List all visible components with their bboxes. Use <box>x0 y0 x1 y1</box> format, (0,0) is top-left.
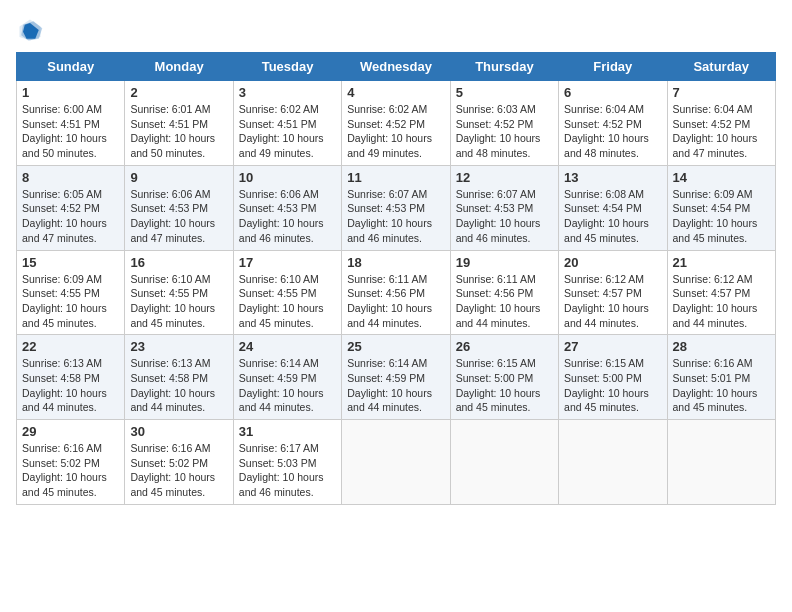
day-detail: Sunrise: 6:17 AMSunset: 5:03 PMDaylight:… <box>239 441 336 500</box>
day-detail: Sunrise: 6:03 AMSunset: 4:52 PMDaylight:… <box>456 102 553 161</box>
day-cell: 27Sunrise: 6:15 AMSunset: 5:00 PMDayligh… <box>559 335 667 420</box>
day-detail: Sunrise: 6:00 AMSunset: 4:51 PMDaylight:… <box>22 102 119 161</box>
day-number: 21 <box>673 255 770 270</box>
day-number: 31 <box>239 424 336 439</box>
day-detail: Sunrise: 6:07 AMSunset: 4:53 PMDaylight:… <box>347 187 444 246</box>
week-row-1: 1Sunrise: 6:00 AMSunset: 4:51 PMDaylight… <box>17 81 776 166</box>
day-number: 2 <box>130 85 227 100</box>
day-detail: Sunrise: 6:09 AMSunset: 4:54 PMDaylight:… <box>673 187 770 246</box>
day-detail: Sunrise: 6:13 AMSunset: 4:58 PMDaylight:… <box>22 356 119 415</box>
day-detail: Sunrise: 6:13 AMSunset: 4:58 PMDaylight:… <box>130 356 227 415</box>
day-cell: 31Sunrise: 6:17 AMSunset: 5:03 PMDayligh… <box>233 420 341 505</box>
day-number: 16 <box>130 255 227 270</box>
day-detail: Sunrise: 6:12 AMSunset: 4:57 PMDaylight:… <box>673 272 770 331</box>
day-cell: 16Sunrise: 6:10 AMSunset: 4:55 PMDayligh… <box>125 250 233 335</box>
week-row-2: 8Sunrise: 6:05 AMSunset: 4:52 PMDaylight… <box>17 165 776 250</box>
day-detail: Sunrise: 6:08 AMSunset: 4:54 PMDaylight:… <box>564 187 661 246</box>
day-cell: 1Sunrise: 6:00 AMSunset: 4:51 PMDaylight… <box>17 81 125 166</box>
col-header-sunday: Sunday <box>17 53 125 81</box>
day-number: 27 <box>564 339 661 354</box>
week-row-5: 29Sunrise: 6:16 AMSunset: 5:02 PMDayligh… <box>17 420 776 505</box>
day-cell: 7Sunrise: 6:04 AMSunset: 4:52 PMDaylight… <box>667 81 775 166</box>
day-cell: 18Sunrise: 6:11 AMSunset: 4:56 PMDayligh… <box>342 250 450 335</box>
day-number: 5 <box>456 85 553 100</box>
day-cell: 20Sunrise: 6:12 AMSunset: 4:57 PMDayligh… <box>559 250 667 335</box>
calendar-table: SundayMondayTuesdayWednesdayThursdayFrid… <box>16 52 776 505</box>
day-number: 19 <box>456 255 553 270</box>
day-detail: Sunrise: 6:05 AMSunset: 4:52 PMDaylight:… <box>22 187 119 246</box>
day-cell <box>559 420 667 505</box>
day-cell: 21Sunrise: 6:12 AMSunset: 4:57 PMDayligh… <box>667 250 775 335</box>
day-number: 18 <box>347 255 444 270</box>
day-detail: Sunrise: 6:16 AMSunset: 5:01 PMDaylight:… <box>673 356 770 415</box>
col-header-monday: Monday <box>125 53 233 81</box>
day-detail: Sunrise: 6:06 AMSunset: 4:53 PMDaylight:… <box>239 187 336 246</box>
day-cell: 25Sunrise: 6:14 AMSunset: 4:59 PMDayligh… <box>342 335 450 420</box>
day-cell: 17Sunrise: 6:10 AMSunset: 4:55 PMDayligh… <box>233 250 341 335</box>
day-cell: 2Sunrise: 6:01 AMSunset: 4:51 PMDaylight… <box>125 81 233 166</box>
day-detail: Sunrise: 6:04 AMSunset: 4:52 PMDaylight:… <box>564 102 661 161</box>
day-detail: Sunrise: 6:04 AMSunset: 4:52 PMDaylight:… <box>673 102 770 161</box>
day-cell: 6Sunrise: 6:04 AMSunset: 4:52 PMDaylight… <box>559 81 667 166</box>
day-cell: 26Sunrise: 6:15 AMSunset: 5:00 PMDayligh… <box>450 335 558 420</box>
col-header-thursday: Thursday <box>450 53 558 81</box>
day-cell <box>450 420 558 505</box>
day-number: 15 <box>22 255 119 270</box>
day-cell: 24Sunrise: 6:14 AMSunset: 4:59 PMDayligh… <box>233 335 341 420</box>
day-cell: 8Sunrise: 6:05 AMSunset: 4:52 PMDaylight… <box>17 165 125 250</box>
day-number: 22 <box>22 339 119 354</box>
day-cell: 29Sunrise: 6:16 AMSunset: 5:02 PMDayligh… <box>17 420 125 505</box>
day-cell: 5Sunrise: 6:03 AMSunset: 4:52 PMDaylight… <box>450 81 558 166</box>
day-cell <box>342 420 450 505</box>
day-number: 24 <box>239 339 336 354</box>
day-cell: 30Sunrise: 6:16 AMSunset: 5:02 PMDayligh… <box>125 420 233 505</box>
day-detail: Sunrise: 6:07 AMSunset: 4:53 PMDaylight:… <box>456 187 553 246</box>
day-cell: 23Sunrise: 6:13 AMSunset: 4:58 PMDayligh… <box>125 335 233 420</box>
day-detail: Sunrise: 6:11 AMSunset: 4:56 PMDaylight:… <box>347 272 444 331</box>
day-detail: Sunrise: 6:06 AMSunset: 4:53 PMDaylight:… <box>130 187 227 246</box>
day-number: 7 <box>673 85 770 100</box>
day-detail: Sunrise: 6:11 AMSunset: 4:56 PMDaylight:… <box>456 272 553 331</box>
day-cell: 4Sunrise: 6:02 AMSunset: 4:52 PMDaylight… <box>342 81 450 166</box>
day-number: 25 <box>347 339 444 354</box>
day-detail: Sunrise: 6:16 AMSunset: 5:02 PMDaylight:… <box>130 441 227 500</box>
day-number: 23 <box>130 339 227 354</box>
day-number: 13 <box>564 170 661 185</box>
page-header <box>16 16 776 44</box>
day-cell: 22Sunrise: 6:13 AMSunset: 4:58 PMDayligh… <box>17 335 125 420</box>
day-cell: 14Sunrise: 6:09 AMSunset: 4:54 PMDayligh… <box>667 165 775 250</box>
logo-icon <box>16 16 44 44</box>
day-cell: 13Sunrise: 6:08 AMSunset: 4:54 PMDayligh… <box>559 165 667 250</box>
day-number: 1 <box>22 85 119 100</box>
day-cell: 10Sunrise: 6:06 AMSunset: 4:53 PMDayligh… <box>233 165 341 250</box>
day-number: 8 <box>22 170 119 185</box>
day-cell <box>667 420 775 505</box>
day-detail: Sunrise: 6:10 AMSunset: 4:55 PMDaylight:… <box>130 272 227 331</box>
day-number: 28 <box>673 339 770 354</box>
day-number: 4 <box>347 85 444 100</box>
day-number: 11 <box>347 170 444 185</box>
day-number: 30 <box>130 424 227 439</box>
week-row-3: 15Sunrise: 6:09 AMSunset: 4:55 PMDayligh… <box>17 250 776 335</box>
day-detail: Sunrise: 6:12 AMSunset: 4:57 PMDaylight:… <box>564 272 661 331</box>
day-number: 29 <box>22 424 119 439</box>
day-detail: Sunrise: 6:09 AMSunset: 4:55 PMDaylight:… <box>22 272 119 331</box>
day-cell: 11Sunrise: 6:07 AMSunset: 4:53 PMDayligh… <box>342 165 450 250</box>
day-cell: 28Sunrise: 6:16 AMSunset: 5:01 PMDayligh… <box>667 335 775 420</box>
day-detail: Sunrise: 6:16 AMSunset: 5:02 PMDaylight:… <box>22 441 119 500</box>
logo <box>16 16 48 44</box>
day-detail: Sunrise: 6:14 AMSunset: 4:59 PMDaylight:… <box>239 356 336 415</box>
day-detail: Sunrise: 6:15 AMSunset: 5:00 PMDaylight:… <box>564 356 661 415</box>
day-number: 12 <box>456 170 553 185</box>
col-header-wednesday: Wednesday <box>342 53 450 81</box>
col-header-friday: Friday <box>559 53 667 81</box>
day-detail: Sunrise: 6:10 AMSunset: 4:55 PMDaylight:… <box>239 272 336 331</box>
day-detail: Sunrise: 6:14 AMSunset: 4:59 PMDaylight:… <box>347 356 444 415</box>
day-number: 26 <box>456 339 553 354</box>
day-number: 9 <box>130 170 227 185</box>
day-number: 14 <box>673 170 770 185</box>
day-cell: 9Sunrise: 6:06 AMSunset: 4:53 PMDaylight… <box>125 165 233 250</box>
day-number: 3 <box>239 85 336 100</box>
day-cell: 12Sunrise: 6:07 AMSunset: 4:53 PMDayligh… <box>450 165 558 250</box>
col-header-saturday: Saturday <box>667 53 775 81</box>
